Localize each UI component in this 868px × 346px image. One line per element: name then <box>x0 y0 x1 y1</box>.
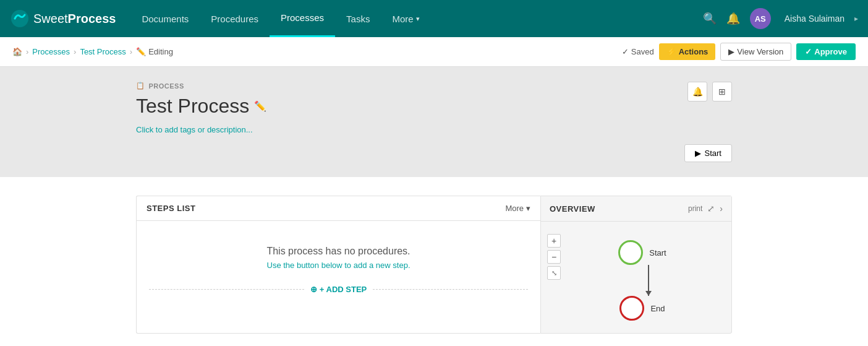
add-step-line-right <box>373 289 528 290</box>
saved-status: ✓ Saved <box>622 47 654 56</box>
process-controls: 🔔 ⊞ <box>687 82 732 102</box>
steps-more-button[interactable]: More ▾ <box>505 204 530 213</box>
bell-icon[interactable]: 🔔 <box>726 12 740 25</box>
lightning-icon: ⚡ <box>666 47 676 56</box>
overview-header-actions: print ⤢ › <box>688 204 723 214</box>
breadcrumb-bar: 🏠 › Processes › Test Process › ✏️ Editin… <box>0 37 868 67</box>
title-edit-icon[interactable]: ✏️ <box>254 100 266 112</box>
steps-overview-row: STEPS LIST More ▾ This process has no pr… <box>136 196 732 334</box>
logo-text: SweetProcess <box>33 12 116 26</box>
user-chevron-icon[interactable]: ▸ <box>854 14 858 23</box>
steps-list-title: STEPS LIST <box>147 204 195 213</box>
add-step-button[interactable]: ⊕ + ADD STEP <box>304 285 373 294</box>
search-icon[interactable]: 🔍 <box>703 12 717 25</box>
bell-ctrl-icon: 🔔 <box>692 87 703 97</box>
nav-items: Documents Procedures Processes Tasks Mor… <box>130 0 702 37</box>
steps-body: This process has no procedures. Use the … <box>137 221 540 325</box>
avatar[interactable]: AS <box>750 8 771 29</box>
breadcrumb-sep-1: › <box>26 47 28 56</box>
approve-check-icon: ✓ <box>805 47 812 56</box>
start-circle <box>618 240 643 265</box>
breadcrumb-actions: ✓ Saved ⚡ Documents Actions ▶ View Versi… <box>622 43 856 61</box>
end-circle <box>619 296 644 321</box>
process-title: Test Process ✏️ <box>136 95 266 118</box>
top-navigation: SweetProcess Documents Procedures Proces… <box>0 0 868 37</box>
overview-header: OVERVIEW print ⤢ › <box>541 196 731 222</box>
check-icon: ✓ <box>622 47 629 56</box>
processes-breadcrumb-link[interactable]: Processes <box>32 47 70 56</box>
no-procedures-sub: Use the button below to add a new step. <box>149 261 528 270</box>
breadcrumb-sep-2: › <box>74 47 76 56</box>
grid-icon: ⊞ <box>718 87 726 97</box>
zoom-in-button[interactable]: + <box>547 234 561 248</box>
add-step-plus-icon: ⊕ <box>310 285 317 294</box>
diagram-arrow <box>648 265 649 296</box>
home-link[interactable]: 🏠 <box>12 47 22 56</box>
breadcrumb: 🏠 › Processes › Test Process › ✏️ Editin… <box>12 47 173 56</box>
overview-title: OVERVIEW <box>550 204 595 214</box>
steps-list-panel: STEPS LIST More ▾ This process has no pr… <box>136 196 540 334</box>
print-link[interactable]: print <box>688 204 702 213</box>
play-icon: ▶ <box>728 47 734 56</box>
nav-item-documents[interactable]: Documents <box>130 0 200 37</box>
zoom-controls: + − ⤡ <box>547 234 561 280</box>
logo-icon <box>10 9 30 28</box>
svg-point-0 <box>11 10 28 27</box>
more-chevron-icon: ▾ <box>416 15 420 23</box>
no-procedures-text: This process has no procedures. <box>149 246 528 257</box>
grid-view-button[interactable]: ⊞ <box>712 82 732 102</box>
steps-more-chevron-icon: ▾ <box>526 204 530 213</box>
steps-list-header: STEPS LIST More ▾ <box>137 196 540 221</box>
main-content: STEPS LIST More ▾ This process has no pr… <box>0 177 868 346</box>
end-node: End <box>619 296 665 321</box>
add-step-line-left <box>149 289 304 290</box>
add-step-row: ⊕ + ADD STEP <box>149 285 528 294</box>
expand-icon[interactable]: ⤢ <box>707 204 715 214</box>
start-button-area: ▶ ▶ Start Start <box>136 144 732 162</box>
next-icon[interactable]: › <box>720 204 723 214</box>
end-label: End <box>650 304 665 313</box>
zoom-out-button[interactable]: − <box>547 250 561 264</box>
nav-item-more[interactable]: More ▾ <box>381 0 430 37</box>
breadcrumb-current: ✏️ Editing <box>136 47 173 56</box>
start-label: Start <box>649 248 666 257</box>
breadcrumb-sep-3: › <box>130 47 132 56</box>
nav-item-tasks[interactable]: Tasks <box>335 0 381 37</box>
view-version-button[interactable]: ▶ View Version <box>720 43 791 61</box>
start-play-icon: ▶ <box>695 149 701 158</box>
process-title-section: 📋 PROCESS Test Process ✏️ Click to add t… <box>136 82 266 134</box>
process-name-breadcrumb-link[interactable]: Test Process <box>80 47 126 56</box>
process-icon: 📋 <box>136 82 145 90</box>
logo[interactable]: SweetProcess <box>10 9 116 28</box>
actions-button[interactable]: ⚡ Documents Actions <box>659 43 716 60</box>
fit-screen-button[interactable]: ⤡ <box>547 266 561 280</box>
notification-bell-button[interactable]: 🔔 <box>687 82 707 102</box>
nav-item-processes[interactable]: Processes <box>270 0 335 37</box>
process-title-row: 📋 PROCESS Test Process ✏️ Click to add t… <box>136 82 732 134</box>
process-label: 📋 PROCESS <box>136 82 266 90</box>
nav-right: 🔍 🔔 AS Aisha Sulaiman ▸ <box>703 8 858 29</box>
approve-button[interactable]: ✓ Approve <box>796 43 856 60</box>
overview-diagram: Start End <box>618 234 666 321</box>
start-node: Start <box>618 240 666 265</box>
overview-body: + − ⤡ Start End <box>541 222 731 333</box>
editing-pencil-icon: ✏️ <box>136 47 146 56</box>
nav-item-procedures[interactable]: Procedures <box>200 0 270 37</box>
process-header: 📋 PROCESS Test Process ✏️ Click to add t… <box>0 67 868 177</box>
fit-icon: ⤡ <box>551 269 557 277</box>
add-tags-link[interactable]: Click to add tags or description... <box>136 125 266 134</box>
start-button[interactable]: ▶ ▶ Start Start <box>684 144 732 162</box>
user-name: Aisha Sulaiman <box>785 14 845 24</box>
overview-panel: OVERVIEW print ⤢ › + − ⤡ <box>540 196 732 334</box>
